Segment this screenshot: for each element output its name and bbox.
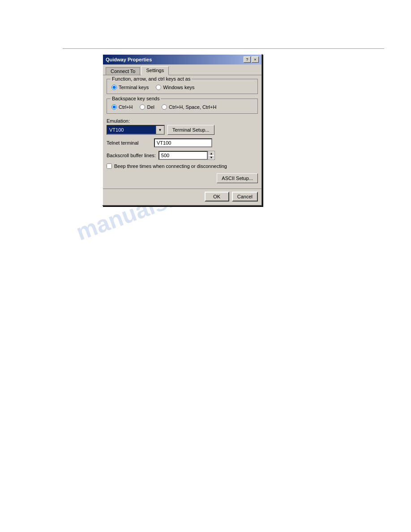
terminal-setup-button[interactable]: Terminal Setup... <box>167 125 214 135</box>
backspace-options: Ctrl+H Del Ctrl+H, Space, Ctrl+H <box>111 104 253 110</box>
cancel-button[interactable]: Cancel <box>232 192 258 202</box>
emulation-section: Emulation: VT100 ▼ Terminal Setup... <box>107 118 258 135</box>
emulation-dropdown[interactable]: VT100 ▼ <box>107 125 165 135</box>
ctrl-h-space-option[interactable]: Ctrl+H, Space, Ctrl+H <box>162 104 216 110</box>
dialog-window: Quidway Properties ? × Connect To Settin… <box>102 54 262 206</box>
windows-keys-option[interactable]: Windows keys <box>156 85 194 90</box>
function-keys-options: Terminal keys Windows keys <box>111 85 253 90</box>
windows-keys-radio[interactable] <box>156 85 161 90</box>
emulation-value: VT100 <box>107 126 156 134</box>
title-bar: Quidway Properties ? × <box>103 55 261 64</box>
close-button[interactable]: × <box>252 56 259 63</box>
tab-settings[interactable]: Settings <box>141 66 169 75</box>
ascii-setup-button[interactable]: ASCII Setup... <box>217 173 258 183</box>
terminal-keys-option[interactable]: Terminal keys <box>111 85 149 90</box>
telnet-terminal-input[interactable] <box>154 138 212 147</box>
del-radio[interactable] <box>140 104 145 110</box>
title-bar-buttons: ? × <box>244 56 259 63</box>
dialog-title: Quidway Properties <box>106 57 152 62</box>
beep-row: Beep three times when connecting or disc… <box>107 163 258 169</box>
beep-checkbox[interactable] <box>107 163 112 169</box>
dialog-bottom-buttons: OK Cancel <box>103 189 261 205</box>
dialog-content: Function, arrow, and ctrl keys act as Te… <box>103 75 261 189</box>
tab-connect-to[interactable]: Connect To <box>106 67 140 75</box>
emulation-label: Emulation: <box>107 118 258 124</box>
emulation-dropdown-arrow[interactable]: ▼ <box>156 126 164 134</box>
emulation-row: VT100 ▼ Terminal Setup... <box>107 125 258 135</box>
del-option[interactable]: Del <box>140 104 154 110</box>
telnet-terminal-label: Telnet terminal <box>107 140 151 146</box>
spinner-up-button[interactable]: ▲ <box>208 151 214 155</box>
function-keys-legend: Function, arrow, and ctrl keys act as <box>111 76 192 82</box>
backspace-group: Backspace key sends Ctrl+H Del Ctrl+H, S… <box>107 99 258 114</box>
ctrl-h-option[interactable]: Ctrl+H <box>111 104 133 110</box>
ok-button[interactable]: OK <box>205 192 229 202</box>
help-button[interactable]: ? <box>244 56 251 63</box>
backscroll-row: Backscroll buffer lines: ▲ ▼ <box>107 151 258 160</box>
backspace-legend: Backspace key sends <box>111 96 161 101</box>
function-keys-group: Function, arrow, and ctrl keys act as Te… <box>107 79 258 94</box>
ctrl-h-space-radio[interactable] <box>162 104 167 110</box>
ascii-setup-row: ASCII Setup... <box>107 173 258 183</box>
top-rule <box>63 48 384 49</box>
beep-label: Beep three times when connecting or disc… <box>114 163 227 169</box>
spinner-down-button[interactable]: ▼ <box>208 155 214 159</box>
backscroll-label: Backscroll buffer lines: <box>107 153 156 158</box>
backscroll-spinner: ▲ ▼ <box>158 151 215 160</box>
spinner-controls: ▲ ▼ <box>208 151 215 160</box>
terminal-keys-radio[interactable] <box>111 85 117 90</box>
ctrl-h-radio[interactable] <box>111 104 117 110</box>
telnet-terminal-row: Telnet terminal <box>107 138 258 147</box>
page-background: manualshre.com Quidway Properties ? × Co… <box>0 0 411 532</box>
tab-bar: Connect To Settings <box>103 64 261 75</box>
backscroll-input[interactable] <box>158 151 208 160</box>
